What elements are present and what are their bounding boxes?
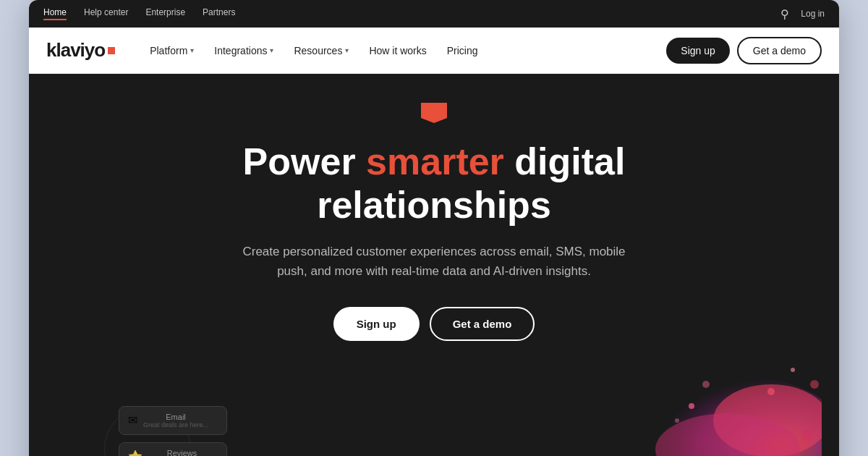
reviews-card-label: Reviews: [148, 449, 216, 456]
nav-pricing[interactable]: Pricing: [438, 39, 487, 62]
login-link[interactable]: Log in: [801, 9, 825, 19]
top-bar-nav: Home Help center Enterprise Partners: [43, 7, 235, 20]
hero-buttons: Sign up Get a demo: [333, 307, 535, 341]
svg-point-3: [689, 403, 694, 409]
svg-point-6: [702, 381, 710, 388]
logo[interactable]: klaviyo: [46, 39, 115, 62]
nav-links: Platform ▾ Integrations ▾ Resources ▾ Ho…: [141, 39, 666, 62]
demo-button[interactable]: Get a demo: [737, 37, 822, 64]
email-card-label: Email: [143, 413, 208, 421]
logo-icon: [108, 47, 115, 54]
chevron-down-icon: ▾: [190, 46, 194, 54]
top-bar-actions: ⚲ Log in: [780, 7, 825, 21]
hero-section: Power smarter digital relationships Crea…: [29, 74, 839, 456]
top-bar: Home Help center Enterprise Partners ⚲ L…: [29, 0, 839, 28]
top-nav-home[interactable]: Home: [43, 7, 67, 20]
hero-demo-button[interactable]: Get a demo: [430, 307, 535, 341]
hero-title: Power smarter digital relationships: [145, 140, 723, 227]
reviews-card: ⭐ Reviews 5-star review submitted: [119, 442, 227, 456]
browser-frame: Home Help center Enterprise Partners ⚲ L…: [29, 0, 839, 456]
signup-button[interactable]: Sign up: [666, 38, 729, 64]
nav-integrations[interactable]: Integrations ▾: [205, 39, 282, 62]
pink-explosion: [547, 348, 822, 456]
hero-graphics: ✉ Email Great deals are here... ⭐ Review…: [46, 377, 822, 456]
email-card-sub: Great deals are here...: [143, 421, 208, 428]
nav-actions: Sign up Get a demo: [666, 37, 822, 64]
chevron-down-icon: ▾: [345, 46, 349, 54]
svg-point-5: [791, 368, 795, 372]
nav-resources[interactable]: Resources ▾: [285, 39, 357, 62]
nav-how-it-works[interactable]: How it works: [360, 39, 435, 62]
email-card: ✉ Email Great deals are here...: [119, 406, 227, 435]
svg-point-7: [675, 418, 679, 423]
top-nav-partners[interactable]: Partners: [203, 7, 235, 20]
svg-point-8: [801, 429, 813, 441]
logo-text: klaviyo: [46, 39, 105, 62]
top-nav-help[interactable]: Help center: [84, 7, 128, 20]
top-nav-enterprise[interactable]: Enterprise: [145, 7, 185, 20]
star-icon: ⭐: [128, 449, 142, 456]
main-nav: klaviyo Platform ▾ Integrations ▾ Resour…: [29, 28, 839, 74]
nav-platform[interactable]: Platform ▾: [141, 39, 203, 62]
chevron-down-icon: ▾: [270, 46, 273, 54]
hero-signup-button[interactable]: Sign up: [333, 307, 420, 341]
svg-point-4: [810, 380, 819, 389]
hero-flag-icon: [421, 103, 447, 123]
ui-cards: ✉ Email Great deals are here... ⭐ Review…: [90, 406, 242, 456]
svg-point-9: [767, 388, 775, 395]
email-icon: ✉: [128, 413, 137, 427]
hero-subtitle: Create personalized customer experiences…: [239, 242, 629, 281]
search-icon[interactable]: ⚲: [780, 7, 789, 21]
